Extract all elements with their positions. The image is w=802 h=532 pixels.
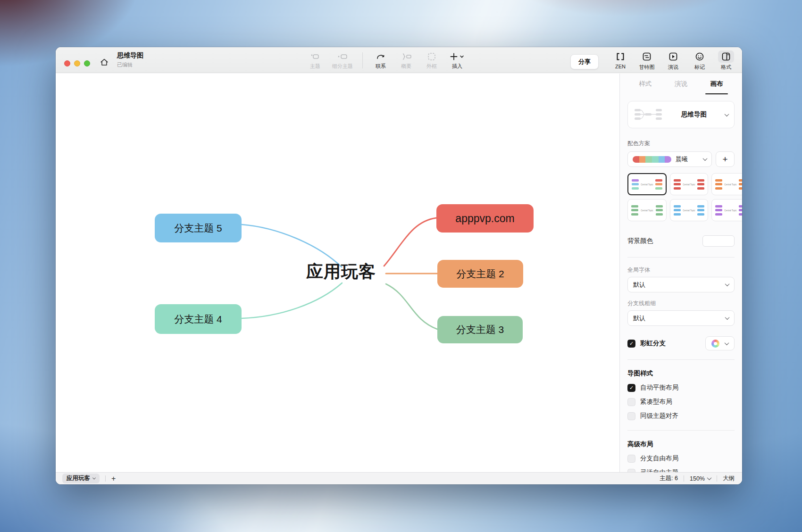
rainbow-branch-label: 彩虹分支 — [640, 339, 705, 348]
checkbox-label: 分支自由布局 — [640, 454, 678, 463]
checkbox-option[interactable]: 分支自由布局 — [627, 454, 735, 463]
theme-grid: Central TopicCentral TopicCentral TopicC… — [627, 173, 735, 221]
edit-toolbar: 主题 细分主题 联系 — [305, 50, 468, 71]
tab-style[interactable]: 样式 — [627, 74, 663, 94]
branch-topic[interactable]: 分支主题 3 — [437, 316, 523, 343]
branch-width-select[interactable]: 默认 — [627, 310, 735, 326]
add-sheet-button[interactable]: + — [111, 474, 116, 483]
theme-thumbnail[interactable]: Central Topic — [711, 199, 742, 221]
branch-width-label: 分支线粗细 — [627, 299, 735, 308]
checkbox-option[interactable]: 自动平衡布局 — [627, 383, 735, 392]
checkbox-label: 自动平衡布局 — [640, 383, 678, 392]
home-button[interactable] — [100, 58, 109, 67]
checkbox-label: 同级主题对齐 — [640, 412, 678, 420]
titlebar: 思维导图 已编辑 主题 细分主题 — [56, 47, 742, 73]
gantt-icon — [640, 50, 654, 63]
checkbox[interactable] — [627, 455, 635, 463]
branch-topic[interactable]: apppvp.com — [436, 204, 534, 233]
relationship-icon — [376, 51, 386, 62]
zoom-control[interactable]: 150% — [690, 475, 711, 482]
topic-icon — [310, 51, 320, 62]
chevron-down-icon — [725, 341, 729, 345]
gantt-button[interactable]: 甘特图 — [637, 50, 656, 71]
chevron-down-icon — [725, 315, 730, 320]
mindmap-canvas[interactable]: 应用玩客 apppvp.com 分支主题 2 分支主题 3 分支主题 4 分支主… — [56, 74, 619, 472]
rainbow-branch-checkbox[interactable] — [627, 340, 635, 348]
boundary-button[interactable]: 外框 — [421, 50, 442, 71]
traffic-lights — [64, 60, 90, 66]
statusbar-separator — [105, 475, 106, 482]
minimize-window-button[interactable] — [74, 60, 80, 66]
color-scheme-select[interactable]: 晨曦 — [627, 151, 712, 167]
share-button[interactable]: 分享 — [570, 54, 599, 69]
tab-presentation[interactable]: 演说 — [663, 74, 699, 94]
structure-label: 思维导图 — [663, 110, 725, 119]
advanced-layout-options: 分支自由布局灵活自由主题主题层叠 — [627, 454, 735, 472]
summary-button[interactable]: 概要 — [396, 50, 417, 71]
play-icon — [666, 50, 680, 63]
divider — [627, 257, 735, 258]
rainbow-branch-row: 彩虹分支 — [627, 336, 735, 350]
checkbox-option[interactable]: 灵活自由主题 — [627, 468, 735, 472]
add-scheme-button[interactable]: + — [716, 151, 735, 167]
app-window: 思维导图 已编辑 主题 细分主题 — [56, 47, 742, 484]
branch-topic[interactable]: 分支主题 4 — [155, 304, 242, 334]
document-status: 已编辑 — [117, 61, 143, 68]
outline-button[interactable]: 大纲 — [723, 474, 735, 482]
format-button[interactable]: 格式 — [717, 50, 735, 71]
checkbox-option[interactable]: 同级主题对齐 — [627, 412, 735, 420]
checkbox-option[interactable]: 紧凑型布局 — [627, 398, 735, 406]
branch-topic[interactable]: 分支主题 5 — [155, 214, 242, 242]
theme-thumbnail[interactable]: Central Topic — [670, 173, 708, 195]
checkbox[interactable] — [627, 384, 635, 392]
statusbar: 应用玩客 + 主题: 6 150% 大纲 — [56, 472, 742, 484]
chevron-down-icon — [707, 475, 712, 480]
checkbox[interactable] — [627, 469, 635, 473]
topic-count: 主题: 6 — [660, 474, 678, 482]
view-toolbar: 分享 ZEN 甘特图 — [570, 50, 735, 71]
background-color-label: 背景颜色 — [627, 237, 653, 245]
panel-tabs: 样式 演说 画布 — [627, 74, 735, 94]
close-window-button[interactable] — [64, 60, 70, 66]
structure-selector[interactable]: 思维导图 — [627, 101, 735, 128]
theme-thumbnail[interactable]: Central Topic — [627, 199, 667, 221]
relationship-button[interactable]: 联系 — [370, 50, 391, 71]
rainbow-color-select[interactable] — [705, 336, 735, 350]
theme-thumbnail[interactable]: Central Topic — [670, 199, 708, 221]
map-style-options: 自动平衡布局紧凑型布局同级主题对齐 — [627, 383, 735, 420]
central-topic[interactable]: 应用玩客 — [292, 260, 391, 283]
sheet-tab[interactable]: 应用玩客 — [62, 474, 100, 483]
zoom-window-button[interactable] — [84, 60, 90, 66]
rainbow-circle-icon — [711, 340, 719, 348]
mindmap-structure-icon — [634, 107, 663, 123]
presentation-button[interactable]: 演说 — [664, 50, 683, 71]
checkbox[interactable] — [627, 398, 635, 406]
insert-plus-icon — [449, 51, 465, 62]
subtopic-button[interactable]: 细分主题 — [330, 50, 355, 71]
markers-button[interactable]: 标记 — [690, 50, 709, 71]
format-sidebar-icon — [718, 50, 734, 63]
checkbox[interactable] — [627, 412, 635, 420]
smiley-icon — [693, 50, 707, 63]
global-font-select[interactable]: 默认 — [627, 277, 735, 292]
document-title-block: 思维导图 已编辑 — [117, 51, 143, 68]
format-panel: 样式 演说 画布 思维导图 配色方案 晨曦 + — [619, 74, 742, 472]
background-color-swatch[interactable] — [702, 235, 735, 247]
global-font-label: 全局字体 — [627, 266, 735, 274]
chevron-down-icon — [92, 476, 96, 480]
color-scheme-label: 配色方案 — [627, 140, 735, 148]
chevron-down-icon — [725, 282, 730, 286]
theme-thumbnail[interactable]: Central Topic — [711, 173, 742, 195]
subtopic-icon — [337, 51, 348, 62]
theme-thumbnail[interactable]: Central Topic — [627, 173, 667, 195]
document-title: 思维导图 — [117, 51, 143, 60]
boundary-icon — [427, 51, 436, 62]
zen-mode-button[interactable]: ZEN — [611, 50, 630, 69]
insert-button[interactable]: 插入 — [447, 50, 468, 71]
chevron-down-icon — [703, 156, 708, 161]
advanced-layout-header: 高级布局 — [627, 440, 735, 449]
topic-button[interactable]: 主题 — [305, 50, 326, 71]
branch-topic[interactable]: 分支主题 2 — [437, 260, 523, 288]
scheme-swatch — [633, 156, 671, 163]
tab-canvas[interactable]: 画布 — [699, 74, 735, 94]
